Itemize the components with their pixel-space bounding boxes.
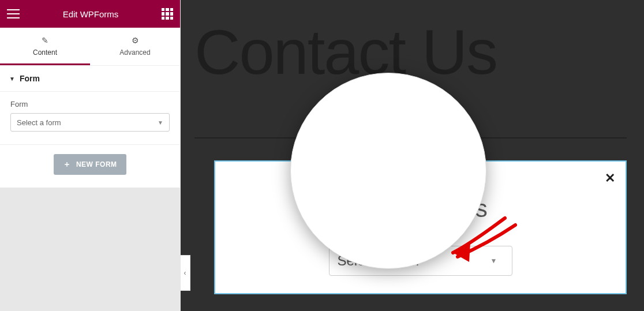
tabs: ✎ Content ⚙ Advanced bbox=[0, 28, 180, 66]
menu-icon[interactable] bbox=[7, 9, 20, 18]
tab-label: Content bbox=[33, 48, 57, 57]
sidebar: Edit WPForms ✎ Content ⚙ Advanced ▼ Form… bbox=[0, 0, 181, 311]
magnifier-overlay bbox=[290, 73, 486, 269]
panel-empty bbox=[0, 188, 180, 311]
page-title: Contact Us bbox=[194, 15, 497, 88]
preview-canvas: Contact Us ‹ ✕ w bbox=[181, 0, 644, 311]
gear-icon: ⚙ bbox=[90, 36, 180, 45]
apps-icon[interactable] bbox=[162, 8, 173, 20]
form-select[interactable]: Select a form ▼ bbox=[10, 113, 170, 132]
panel-header: Edit WPForms bbox=[0, 0, 180, 28]
panel-title: Edit WPForms bbox=[20, 9, 162, 19]
caret-down-icon: ▼ bbox=[9, 76, 15, 82]
chevron-down-icon: ▼ bbox=[484, 251, 504, 271]
section-form[interactable]: ▼ Form bbox=[0, 66, 180, 92]
section-label: Form bbox=[20, 74, 40, 83]
collapse-handle[interactable]: ‹ bbox=[181, 255, 190, 291]
field-label: Form bbox=[10, 100, 170, 108]
new-form-button[interactable]: ＋ NEW FORM bbox=[54, 154, 126, 175]
plus-icon: ＋ bbox=[63, 159, 72, 170]
new-form-label: NEW FORM bbox=[76, 160, 117, 168]
tab-advanced[interactable]: ⚙ Advanced bbox=[90, 28, 180, 65]
pencil-icon: ✎ bbox=[0, 36, 90, 45]
tab-label: Advanced bbox=[119, 48, 150, 57]
field-form: Form Select a form ▼ bbox=[0, 92, 180, 145]
chevron-down-icon: ▼ bbox=[158, 119, 163, 126]
new-form-row: ＋ NEW FORM bbox=[0, 145, 180, 188]
chevron-left-icon: ‹ bbox=[184, 269, 186, 277]
select-value: Select a form bbox=[17, 118, 61, 127]
tab-content[interactable]: ✎ Content bbox=[0, 28, 90, 65]
close-icon[interactable]: ✕ bbox=[605, 172, 615, 185]
